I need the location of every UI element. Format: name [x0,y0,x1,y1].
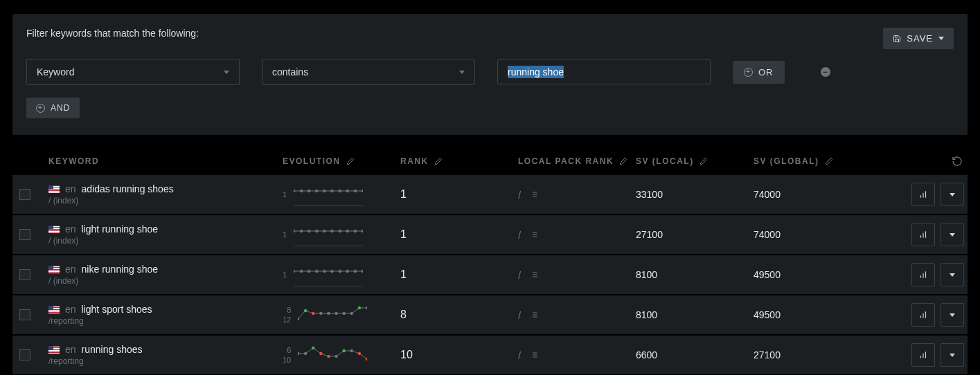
row-menu-button[interactable] [941,343,964,367]
list-icon[interactable] [529,271,539,279]
svg-point-4 [323,190,326,192]
remove-condition-button[interactable]: − [821,67,830,77]
local-pack-value: / [518,349,521,361]
list-icon[interactable] [529,190,539,199]
svg-point-44 [339,270,341,273]
svg-point-9 [362,190,363,192]
keyword-text[interactable]: adidas running shoes [82,183,174,194]
svg-point-38 [294,270,295,273]
flag-us-icon [48,226,60,233]
filter-condition-row: Keyword contains running shoe + OR − [26,59,954,85]
filter-value-text: running shoe [508,66,564,78]
local-pack-value: / [518,189,521,201]
col-rank[interactable]: RANK [400,156,518,166]
chart-button[interactable] [911,343,935,367]
chart-button[interactable] [911,223,935,246]
svg-point-5 [330,190,333,192]
language-code: en [65,264,76,275]
bar-chart-icon [918,230,928,239]
reset-icon[interactable] [952,156,963,167]
row-checkbox[interactable] [19,349,30,360]
or-button[interactable]: + OR [733,61,785,84]
keyword-text[interactable]: nike running shoe [82,264,159,275]
row-menu-button[interactable] [941,303,964,327]
row-menu-button[interactable] [941,263,964,286]
save-button[interactable]: SAVE [883,28,954,49]
svg-point-82 [343,349,346,352]
keyword-path: / (index) [48,196,283,205]
svg-point-20 [300,230,303,232]
rank-value: 1 [400,228,518,241]
chevron-down-icon [950,193,955,196]
keyword-text[interactable]: light running shoe [82,223,159,235]
flag-us-icon [48,185,60,193]
and-label: AND [51,103,70,113]
svg-point-77 [304,352,307,355]
col-keyword[interactable]: KEYWORD [48,156,283,166]
svg-point-19 [294,230,295,232]
row-checkbox[interactable] [19,229,30,240]
table-row: en nike running shoe / (index) 1 1 / 810… [12,255,968,294]
chart-button[interactable] [911,263,935,286]
language-code: en [65,304,76,315]
bar-chart-icon [918,310,928,320]
plus-circle-icon: + [36,104,45,113]
table-row: en adidas running shoes / (index) 1 1 / … [12,175,968,214]
edit-icon[interactable] [434,157,443,165]
sv-global-value: 74000 [754,229,878,240]
sv-global-value: 27100 [754,349,878,360]
col-sv-global[interactable]: SV (GLOBAL) [754,156,878,166]
col-sv-local[interactable]: SV (LOCAL) [636,156,754,166]
svg-point-0 [294,190,295,192]
svg-point-39 [300,270,303,273]
filter-description: Filter keywords that match the following… [26,28,199,39]
keyword-text[interactable]: light sport shoes [82,304,152,315]
svg-point-83 [350,349,353,352]
filter-operator-value: contains [272,66,308,77]
svg-point-7 [346,190,349,192]
flag-us-icon [48,306,60,313]
chart-button[interactable] [911,183,935,206]
edit-icon[interactable] [619,157,627,165]
col-evolution[interactable]: EVOLUTION [283,156,400,166]
col-local-pack[interactable]: LOCAL PACK RANK [518,156,636,166]
language-code: en [65,183,76,194]
and-button[interactable]: + AND [26,98,80,118]
keyword-path: / (index) [48,276,283,286]
edit-icon[interactable] [825,157,833,165]
svg-point-59 [312,312,314,315]
svg-point-79 [319,352,322,355]
sv-local-value: 27100 [636,229,754,240]
edit-icon[interactable] [700,157,708,165]
svg-point-2 [308,190,310,192]
edit-icon[interactable] [346,157,355,165]
filter-field-select[interactable]: Keyword [26,59,240,85]
table-row: en light running shoe / (index) 1 1 / 27… [12,215,968,254]
list-icon[interactable] [529,230,539,239]
filter-operator-select[interactable]: contains [262,59,475,85]
chevron-down-icon [950,273,955,277]
row-checkbox[interactable] [19,309,30,320]
row-menu-button[interactable] [941,183,964,206]
evolution-cell: 1 [283,263,400,286]
svg-point-25 [339,230,341,232]
row-menu-button[interactable] [941,223,964,246]
filter-value-input[interactable]: running shoe [497,60,711,84]
chevron-down-icon [950,354,955,357]
svg-point-65 [358,307,361,309]
svg-point-62 [335,312,338,315]
list-icon[interactable] [529,311,539,319]
evolution-cell: 1 [283,223,400,246]
svg-point-1 [300,190,303,192]
svg-point-61 [327,312,330,315]
chart-button[interactable] [911,303,935,327]
svg-point-6 [339,190,341,192]
row-checkbox[interactable] [19,189,30,200]
svg-point-24 [330,230,333,232]
list-icon[interactable] [529,351,539,359]
chevron-down-icon [459,71,465,74]
bar-chart-icon [918,350,928,360]
keyword-text[interactable]: running shoes [82,344,143,355]
row-checkbox[interactable] [19,269,30,280]
keywords-table: KEYWORD EVOLUTION RANK LOCAL PACK RANK S… [12,156,968,374]
